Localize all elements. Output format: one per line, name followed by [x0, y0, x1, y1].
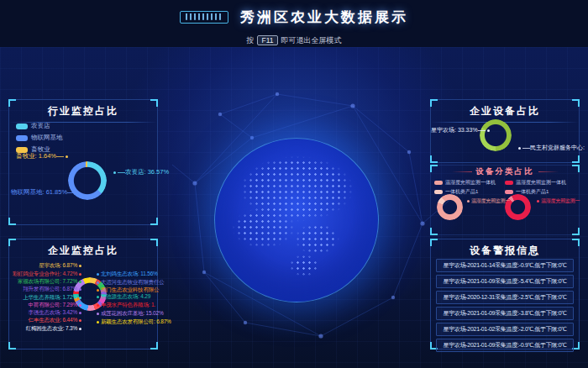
enterprise-label: 彩虹鸽业专业合作社: 4.72%	[9, 271, 83, 277]
globe-dotmap	[218, 142, 375, 298]
enterprise-label: 仁丰生态农业: 6.44%	[9, 317, 83, 323]
enterprise-label: 大运河生态牧业有限责任公	[95, 279, 165, 286]
legend-label: 物联网基地	[31, 134, 63, 142]
globe-visualization	[214, 138, 379, 302]
legend-item[interactable]: 温湿度光照监测一体机	[505, 179, 566, 187]
enterprise-label: 陶门生态农业科技有限公	[95, 287, 159, 293]
legend-swatch	[505, 181, 513, 185]
enterprise-label: 上华生态养殖场: 1.72%	[9, 294, 83, 301]
legend-label: 温湿度光照监测一体机	[516, 179, 566, 187]
legend-label: 温湿度光照监测一体机	[445, 179, 496, 187]
enterprise-label: 成莲花园农庄基地: 15.02%	[95, 310, 163, 317]
hint-prefix: 按	[246, 35, 254, 46]
callout-agristore: 农资店: 36.57%	[112, 168, 169, 176]
enterprise-label: 丰茂水产特色养殖场: 1.	[95, 302, 155, 308]
legend-swatch	[16, 124, 28, 129]
legend-swatch	[505, 190, 513, 194]
enterprise-label: 荷池源生态农场: 4.29	[95, 293, 150, 300]
brand-badge-icon	[180, 11, 228, 24]
industry-panel-title: 行业监控占比	[9, 100, 157, 118]
dashboard-canvas: 行业监控占比 农资店 物联网基地 畜牧业 畜牧业: 1.64% 农资店: 36.…	[0, 47, 588, 368]
callout-xingyu-farm: 星宇农场: 33.33%	[431, 126, 475, 134]
device-class-left-callout: 温湿度光照监测一	[465, 197, 510, 204]
device-class-left-donut[interactable]	[437, 194, 463, 220]
enterprise-label: 中荷有限公司: 7.29%	[9, 302, 83, 308]
device-share-title: 企业设备占比	[431, 100, 579, 118]
legend-swatch	[16, 135, 28, 141]
hint-suffix: 即可退出全屏模式	[281, 35, 342, 46]
callout-livestock: 畜牧业: 1.64%	[9, 152, 70, 160]
header-bar: 秀洲区农业大数据展示 按 F11 即可退出全屏模式	[0, 0, 588, 47]
panel-enterprise-monitor: 企业监控占比 星宇农场: 6.87% 彩虹鸽业专业合作社: 4.72% 家福农场…	[8, 239, 158, 350]
page-title: 秀洲区农业大数据展示	[240, 8, 408, 27]
alarm-row: 星宇农场-2021-01-09采集温度:-5.4℃,低于下限:0℃	[436, 275, 574, 288]
f11-key-badge: F11	[257, 35, 277, 45]
legend-swatch	[434, 190, 443, 194]
panel-device-class: 设备分类占比 温湿度光照监测一体机 一体机类产品1 温湿度光照监测一体机 一体机…	[430, 165, 580, 235]
device-class-title: 设备分类占比	[431, 166, 579, 177]
device-share-donut-chart[interactable]	[480, 119, 512, 151]
enterprise-label: 家福农场有限公司: 7.72%	[9, 278, 83, 285]
legend-item[interactable]: 农资店	[16, 122, 63, 130]
alarm-row: 星宇农场-2020-12-31采集温度:-2.5℃,低于下限:0℃	[436, 291, 574, 304]
legend-swatch	[434, 181, 443, 185]
alarm-row: 星宇农场-2021-01-09采集温度:-3.8℃,低于下限:0℃	[436, 307, 574, 320]
alarm-row: 星宇农场-2021-01-09采集温度:-0.9℃,低于下限:0℃	[436, 339, 574, 352]
enterprise-panel-title: 企业监控占比	[9, 239, 157, 258]
enterprise-label: 北刘鸽生态农场: 11.56%	[95, 271, 158, 277]
callout-minzhu-center: 民主村党群服务中心:	[517, 144, 585, 151]
enterprise-label: 红梅园生态农业: 7.3%	[9, 325, 83, 332]
device-class-right-callout: 温湿度光照监测一	[535, 197, 580, 204]
legend-item[interactable]: 物联网基地	[16, 134, 63, 142]
alarm-panel-title: 设备警报信息	[431, 239, 579, 258]
alarm-row: 星宇农场-2021-01-02采集温度:-2.0℃,低于下限:0℃	[436, 323, 574, 336]
callout-iot-base: 物联网基地: 61.85%	[11, 188, 81, 196]
fullscreen-hint: 按 F11 即可退出全屏模式	[0, 34, 588, 47]
alarm-row: 星宇农场-2021-01-14采集温度:-0.9℃,低于下限:0℃	[436, 259, 574, 272]
legend-label: 农资店	[31, 122, 50, 130]
panel-alarm-info: 设备警报信息 星宇农场-2021-01-14采集温度:-0.9℃,低于下限:0℃…	[430, 239, 580, 350]
legend-item[interactable]: 温湿度光照监测一体机	[434, 179, 496, 187]
enterprise-label: 新颖生态农发有限公司: 6.87%	[95, 318, 171, 325]
panel-device-share: 企业设备占比 星宇农场: 33.33% 民主村党群服务中心:	[430, 99, 580, 163]
alarm-list: 星宇农场-2021-01-14采集温度:-0.9℃,低于下限:0℃ 星宇农场-2…	[431, 256, 579, 355]
enterprise-label: 李强生态农场: 3.42%	[9, 309, 83, 316]
panel-industry-monitor: 行业监控占比 农资店 物联网基地 畜牧业 畜牧业: 1.64% 农资店: 36.…	[8, 99, 158, 225]
enterprise-label: 星宇农场: 6.87%	[9, 262, 83, 269]
enterprise-label: 翔升发有限公司: 6.87%	[9, 286, 83, 292]
